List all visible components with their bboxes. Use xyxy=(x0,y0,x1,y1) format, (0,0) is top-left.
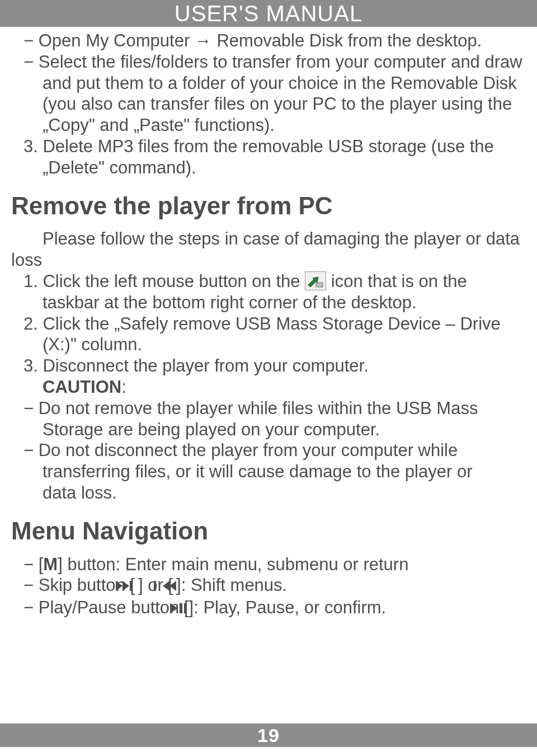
page-content: − Open My Computer → Removable Disk from… xyxy=(0,27,537,619)
text: icon that is on the xyxy=(326,271,467,291)
text: and put them to a folder of your choice … xyxy=(43,73,517,93)
numbered-cont: (X:)" column. xyxy=(11,334,526,355)
text: ]: Shift menus. xyxy=(176,575,287,595)
text: Storage are being played on your compute… xyxy=(43,420,380,439)
numbered-item: 3. Disconnect the player from your compu… xyxy=(11,355,526,377)
bullet-item: − Do not disconnect the player from your… xyxy=(11,440,526,461)
bullet-cont: transferring files, or it will cause dam… xyxy=(11,461,526,482)
bullet-item: − Skip button [] or []: Shift menus. xyxy=(11,575,526,597)
text: loss xyxy=(11,250,42,270)
text: 1. Click the left mouse button on the xyxy=(23,271,305,291)
page-number: 19 xyxy=(257,725,280,746)
text: ] button: Enter main menu, submenu or re… xyxy=(58,555,408,574)
text: Select the files/folders to transfer fro… xyxy=(39,52,522,72)
text: Please follow the steps in case of damag… xyxy=(43,229,520,248)
bullet-item: − Play/Pause button []: Play, Pause, or … xyxy=(11,597,526,619)
text: CAUTION xyxy=(43,377,121,397)
section-heading-menu: Menu Navigation xyxy=(11,516,526,546)
safely-remove-icon xyxy=(305,271,326,290)
numbered-item: 3. Delete MP3 files from the removable U… xyxy=(11,136,526,157)
text: 2. Click the „Safely remove USB Mass Sto… xyxy=(23,314,501,334)
bullet-item: − Do not remove the player while files w… xyxy=(11,398,526,419)
text: Do not disconnect the player from your c… xyxy=(39,440,458,460)
text: ]: Play, Pause, or confirm. xyxy=(189,598,387,617)
lead-text: loss xyxy=(11,250,526,271)
numbered-item: 2. Click the „Safely remove USB Mass Sto… xyxy=(11,313,526,335)
svg-rect-2 xyxy=(154,581,156,591)
text: 3. Delete MP3 files from the removable U… xyxy=(23,137,494,156)
text: Open My Computer → Removable Disk from t… xyxy=(39,31,482,50)
numbered-cont: „Delete" command). xyxy=(11,157,526,179)
text: (X:)" column. xyxy=(43,335,142,354)
bullet-item: − Select the files/folders to transfer f… xyxy=(11,51,526,73)
text: data loss. xyxy=(43,483,117,503)
header-title: USER'S MANUAL xyxy=(175,1,362,26)
numbered-item: 1. Click the left mouse button on the ic… xyxy=(11,271,526,292)
text: transferring files, or it will cause dam… xyxy=(43,462,472,481)
caution-label: CAUTION: xyxy=(11,377,526,398)
lead-text: Please follow the steps in case of damag… xyxy=(11,228,526,250)
text: „Delete" command). xyxy=(43,158,196,177)
text: 3. Disconnect the player from your compu… xyxy=(23,356,369,375)
bullet-cont: Storage are being played on your compute… xyxy=(11,419,526,440)
text: „Copy" and „Paste" functions). xyxy=(43,115,275,135)
text: (you also can transfer files on your PC … xyxy=(43,94,512,114)
bullet-cont: and put them to a folder of your choice … xyxy=(11,73,526,94)
bullet-cont: (you also can transfer files on your PC … xyxy=(11,93,526,115)
bullet-cont: „Copy" and „Paste" functions). xyxy=(11,115,526,136)
svg-rect-4 xyxy=(184,603,187,613)
text: Do not remove the player while files wit… xyxy=(39,398,478,418)
header-bar: USER'S MANUAL xyxy=(0,0,537,27)
bullet-item: − [M] button: Enter main menu, submenu o… xyxy=(11,554,526,575)
text: Play/Pause button [ xyxy=(39,598,189,617)
numbered-cont: taskbar at the bottom right corner of th… xyxy=(11,292,526,313)
section-heading-remove: Remove the player from PC xyxy=(11,191,526,221)
svg-rect-3 xyxy=(180,603,182,613)
bullet-cont: data loss. xyxy=(11,482,526,504)
svg-rect-0 xyxy=(316,283,323,287)
text: taskbar at the bottom right corner of th… xyxy=(43,293,417,312)
bullet-item: − Open My Computer → Removable Disk from… xyxy=(11,30,526,51)
footer-bar: 19 xyxy=(0,724,537,747)
m-button-glyph: M xyxy=(43,555,58,574)
svg-rect-1 xyxy=(130,581,132,591)
